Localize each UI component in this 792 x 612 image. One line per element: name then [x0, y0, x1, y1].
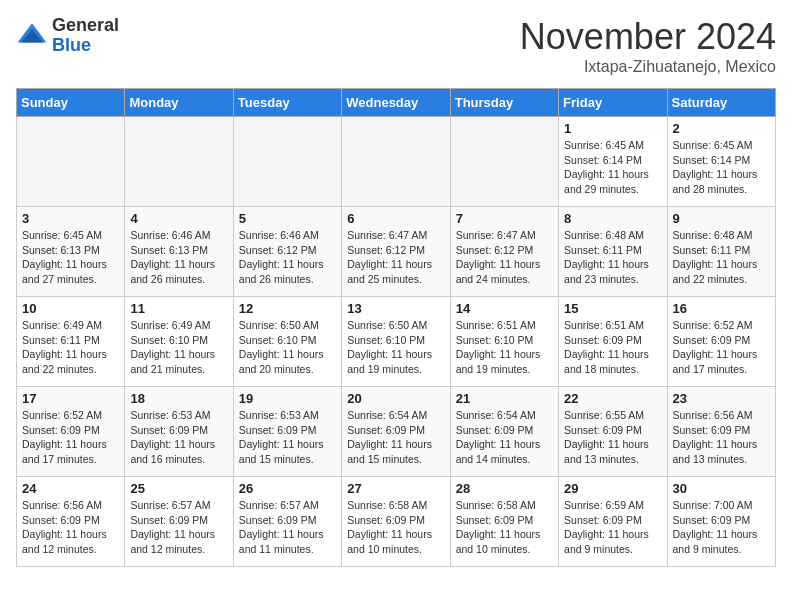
day-number: 10	[22, 301, 119, 316]
calendar-cell: 3Sunrise: 6:45 AM Sunset: 6:13 PM Daylig…	[17, 207, 125, 297]
day-info: Sunrise: 6:50 AM Sunset: 6:10 PM Dayligh…	[347, 318, 444, 377]
day-info: Sunrise: 6:56 AM Sunset: 6:09 PM Dayligh…	[673, 408, 770, 467]
calendar-cell: 26Sunrise: 6:57 AM Sunset: 6:09 PM Dayli…	[233, 477, 341, 567]
day-info: Sunrise: 6:56 AM Sunset: 6:09 PM Dayligh…	[22, 498, 119, 557]
calendar-week-row: 10Sunrise: 6:49 AM Sunset: 6:11 PM Dayli…	[17, 297, 776, 387]
day-number: 17	[22, 391, 119, 406]
calendar-cell: 14Sunrise: 6:51 AM Sunset: 6:10 PM Dayli…	[450, 297, 558, 387]
calendar-cell: 20Sunrise: 6:54 AM Sunset: 6:09 PM Dayli…	[342, 387, 450, 477]
calendar-table: SundayMondayTuesdayWednesdayThursdayFrid…	[16, 88, 776, 567]
calendar-cell: 16Sunrise: 6:52 AM Sunset: 6:09 PM Dayli…	[667, 297, 775, 387]
day-info: Sunrise: 6:46 AM Sunset: 6:12 PM Dayligh…	[239, 228, 336, 287]
day-info: Sunrise: 6:49 AM Sunset: 6:11 PM Dayligh…	[22, 318, 119, 377]
calendar-cell: 28Sunrise: 6:58 AM Sunset: 6:09 PM Dayli…	[450, 477, 558, 567]
logo: General Blue	[16, 16, 119, 56]
weekday-header-row: SundayMondayTuesdayWednesdayThursdayFrid…	[17, 89, 776, 117]
weekday-header-sunday: Sunday	[17, 89, 125, 117]
day-info: Sunrise: 6:57 AM Sunset: 6:09 PM Dayligh…	[130, 498, 227, 557]
day-number: 5	[239, 211, 336, 226]
day-number: 1	[564, 121, 661, 136]
day-number: 9	[673, 211, 770, 226]
day-info: Sunrise: 6:53 AM Sunset: 6:09 PM Dayligh…	[130, 408, 227, 467]
calendar-cell: 25Sunrise: 6:57 AM Sunset: 6:09 PM Dayli…	[125, 477, 233, 567]
day-number: 3	[22, 211, 119, 226]
day-number: 22	[564, 391, 661, 406]
day-info: Sunrise: 6:57 AM Sunset: 6:09 PM Dayligh…	[239, 498, 336, 557]
day-info: Sunrise: 6:51 AM Sunset: 6:09 PM Dayligh…	[564, 318, 661, 377]
day-info: Sunrise: 6:50 AM Sunset: 6:10 PM Dayligh…	[239, 318, 336, 377]
day-number: 6	[347, 211, 444, 226]
day-number: 21	[456, 391, 553, 406]
calendar-cell: 9Sunrise: 6:48 AM Sunset: 6:11 PM Daylig…	[667, 207, 775, 297]
calendar-cell: 11Sunrise: 6:49 AM Sunset: 6:10 PM Dayli…	[125, 297, 233, 387]
day-info: Sunrise: 6:52 AM Sunset: 6:09 PM Dayligh…	[673, 318, 770, 377]
day-number: 28	[456, 481, 553, 496]
calendar-cell: 1Sunrise: 6:45 AM Sunset: 6:14 PM Daylig…	[559, 117, 667, 207]
day-info: Sunrise: 6:53 AM Sunset: 6:09 PM Dayligh…	[239, 408, 336, 467]
title-block: November 2024 Ixtapa-Zihuatanejo, Mexico	[520, 16, 776, 76]
day-info: Sunrise: 6:58 AM Sunset: 6:09 PM Dayligh…	[456, 498, 553, 557]
logo-general-text: General	[52, 16, 119, 36]
day-number: 23	[673, 391, 770, 406]
calendar-cell: 19Sunrise: 6:53 AM Sunset: 6:09 PM Dayli…	[233, 387, 341, 477]
calendar-cell: 6Sunrise: 6:47 AM Sunset: 6:12 PM Daylig…	[342, 207, 450, 297]
calendar-cell: 12Sunrise: 6:50 AM Sunset: 6:10 PM Dayli…	[233, 297, 341, 387]
day-number: 14	[456, 301, 553, 316]
calendar-cell: 7Sunrise: 6:47 AM Sunset: 6:12 PM Daylig…	[450, 207, 558, 297]
day-info: Sunrise: 6:54 AM Sunset: 6:09 PM Dayligh…	[347, 408, 444, 467]
calendar-cell: 18Sunrise: 6:53 AM Sunset: 6:09 PM Dayli…	[125, 387, 233, 477]
day-number: 29	[564, 481, 661, 496]
day-info: Sunrise: 6:59 AM Sunset: 6:09 PM Dayligh…	[564, 498, 661, 557]
calendar-cell	[233, 117, 341, 207]
day-number: 7	[456, 211, 553, 226]
weekday-header-friday: Friday	[559, 89, 667, 117]
calendar-cell: 23Sunrise: 6:56 AM Sunset: 6:09 PM Dayli…	[667, 387, 775, 477]
page-header: General Blue November 2024 Ixtapa-Zihuat…	[16, 16, 776, 76]
day-number: 15	[564, 301, 661, 316]
logo-text: General Blue	[52, 16, 119, 56]
day-info: Sunrise: 6:47 AM Sunset: 6:12 PM Dayligh…	[347, 228, 444, 287]
calendar-week-row: 3Sunrise: 6:45 AM Sunset: 6:13 PM Daylig…	[17, 207, 776, 297]
day-number: 30	[673, 481, 770, 496]
day-info: Sunrise: 6:45 AM Sunset: 6:13 PM Dayligh…	[22, 228, 119, 287]
day-number: 11	[130, 301, 227, 316]
day-number: 8	[564, 211, 661, 226]
day-info: Sunrise: 6:47 AM Sunset: 6:12 PM Dayligh…	[456, 228, 553, 287]
day-number: 19	[239, 391, 336, 406]
logo-blue-text: Blue	[52, 36, 119, 56]
day-info: Sunrise: 6:48 AM Sunset: 6:11 PM Dayligh…	[673, 228, 770, 287]
calendar-cell: 29Sunrise: 6:59 AM Sunset: 6:09 PM Dayli…	[559, 477, 667, 567]
calendar-week-row: 24Sunrise: 6:56 AM Sunset: 6:09 PM Dayli…	[17, 477, 776, 567]
weekday-header-monday: Monday	[125, 89, 233, 117]
day-info: Sunrise: 6:45 AM Sunset: 6:14 PM Dayligh…	[564, 138, 661, 197]
calendar-cell: 30Sunrise: 7:00 AM Sunset: 6:09 PM Dayli…	[667, 477, 775, 567]
day-number: 12	[239, 301, 336, 316]
weekday-header-thursday: Thursday	[450, 89, 558, 117]
calendar-week-row: 1Sunrise: 6:45 AM Sunset: 6:14 PM Daylig…	[17, 117, 776, 207]
calendar-cell	[450, 117, 558, 207]
calendar-cell: 10Sunrise: 6:49 AM Sunset: 6:11 PM Dayli…	[17, 297, 125, 387]
day-info: Sunrise: 6:52 AM Sunset: 6:09 PM Dayligh…	[22, 408, 119, 467]
calendar-cell: 24Sunrise: 6:56 AM Sunset: 6:09 PM Dayli…	[17, 477, 125, 567]
day-info: Sunrise: 7:00 AM Sunset: 6:09 PM Dayligh…	[673, 498, 770, 557]
day-number: 13	[347, 301, 444, 316]
day-number: 25	[130, 481, 227, 496]
calendar-cell	[342, 117, 450, 207]
day-number: 16	[673, 301, 770, 316]
weekday-header-saturday: Saturday	[667, 89, 775, 117]
day-number: 27	[347, 481, 444, 496]
day-info: Sunrise: 6:51 AM Sunset: 6:10 PM Dayligh…	[456, 318, 553, 377]
calendar-cell: 17Sunrise: 6:52 AM Sunset: 6:09 PM Dayli…	[17, 387, 125, 477]
day-number: 2	[673, 121, 770, 136]
day-number: 24	[22, 481, 119, 496]
weekday-header-wednesday: Wednesday	[342, 89, 450, 117]
calendar-week-row: 17Sunrise: 6:52 AM Sunset: 6:09 PM Dayli…	[17, 387, 776, 477]
logo-icon	[16, 20, 48, 52]
month-title: November 2024	[520, 16, 776, 58]
calendar-cell: 5Sunrise: 6:46 AM Sunset: 6:12 PM Daylig…	[233, 207, 341, 297]
day-info: Sunrise: 6:49 AM Sunset: 6:10 PM Dayligh…	[130, 318, 227, 377]
day-info: Sunrise: 6:48 AM Sunset: 6:11 PM Dayligh…	[564, 228, 661, 287]
day-info: Sunrise: 6:58 AM Sunset: 6:09 PM Dayligh…	[347, 498, 444, 557]
day-info: Sunrise: 6:54 AM Sunset: 6:09 PM Dayligh…	[456, 408, 553, 467]
calendar-cell: 4Sunrise: 6:46 AM Sunset: 6:13 PM Daylig…	[125, 207, 233, 297]
